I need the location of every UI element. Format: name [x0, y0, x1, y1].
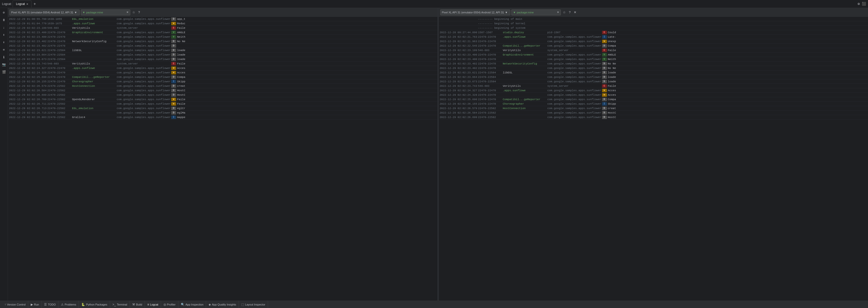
table-row[interactable]: 2022-12-29 02:02:26.155 22470-22470 Chor… — [8, 79, 437, 84]
table-row[interactable]: 2022-12-29 02:02:23.743 546-603 VerityUt… — [439, 84, 868, 88]
bottom-item-app-quality-insights[interactable]: ◈App Quality Insights — [206, 301, 239, 308]
table-row[interactable]: 2022-12-29 02:02:23.673 22470-22584 com.… — [8, 57, 437, 61]
right-log-content[interactable]: --------- beginning of main --------- be… — [439, 17, 868, 301]
bottom-item-python-packages[interactable]: 🐍Python Packages — [79, 301, 110, 308]
left-filter-bar[interactable]: ▼ package:mine ✕ — [81, 9, 130, 16]
table-row[interactable]: 2022-12-29 02:02:23.400 22470-22470 Grap… — [8, 30, 437, 35]
right-filter-bar[interactable]: ▼ package:mine ✕ — [511, 9, 561, 16]
sidebar-clear-icon[interactable]: ⊘ — [1, 9, 7, 16]
bottom-item-app-inspection[interactable]: 🔍App Inspection — [178, 301, 206, 308]
table-row[interactable]: 2022-12-29 02:02:26.584 22470-22582 com.… — [8, 88, 437, 93]
logcat-tab-close[interactable]: ✕ — [26, 3, 28, 5]
table-row[interactable]: 2022-12-29 02:02:23.664 22470-22584 com.… — [439, 75, 868, 79]
table-row[interactable]: 2022-12-29 02:02:26.715 22470-22582 com.… — [8, 111, 437, 115]
chevron-down-icon-right: ▼ — [505, 11, 507, 14]
table-row[interactable]: 2022-12-29 02:02:26.579 22470-22582 Host… — [439, 106, 868, 111]
bottom-item-logcat[interactable]: ≡Logcat — [145, 301, 161, 308]
table-row[interactable]: 2022-12-29 02:02:24.328 22470-22470 com.… — [8, 71, 437, 75]
table-row[interactable]: 2022-12-29 02:02:23.400 22470-22470 com.… — [8, 35, 437, 39]
sidebar-export-icon[interactable]: ⬆ — [1, 39, 7, 46]
table-row[interactable]: 2022-12-29 02:02:21.763 22470-22470 .app… — [439, 35, 868, 39]
sidebar-camera-icon[interactable]: 📷 — [1, 61, 7, 68]
bottom-item-version-control[interactable]: ↑Version Control — [2, 301, 28, 308]
table-row[interactable]: 2022-12-29 02:02:26.709 22470-22582 Open… — [8, 97, 437, 102]
table-row[interactable]: 2022-12-29 02:02:23.664 22470-22584 com.… — [8, 53, 437, 57]
log-message: app_t — [177, 18, 185, 21]
log-level: I — [171, 80, 176, 83]
table-row[interactable]: 2022-12-29 02:02:23.400 22470-22470 com.… — [439, 57, 868, 61]
right-device-selector[interactable]: Pixel XL API 31 (emulator-5554) Android … — [440, 9, 510, 16]
table-row[interactable]: 2022-12-29 02:02:23.402 22470-22470 Netw… — [439, 61, 868, 66]
table-row[interactable]: --------- beginning of system — [439, 26, 868, 30]
bottom-item-profiler[interactable]: ◎Profiler — [161, 301, 178, 308]
log-message: Faile — [608, 85, 616, 87]
table-row[interactable]: 2022-12-28 09:27:44.890 1507-1507 studio… — [439, 30, 868, 35]
bottom-item-layout-inspector[interactable]: ⬚Layout Inspector — [239, 301, 268, 308]
log-package: com.google.samples.apps.sunflower — [117, 107, 171, 110]
log-package: com.google.samples.apps.sunflower — [117, 93, 171, 96]
table-row[interactable]: 2022-12-29 02:02:24.328 22470-22470 com.… — [439, 93, 868, 97]
sidebar-import-icon[interactable]: ⬇ — [1, 32, 7, 38]
table-row[interactable]: 2022-12-29 02:02:23.402 22470-22470 Netw… — [8, 39, 437, 44]
right-help-button[interactable]: ? — [568, 10, 571, 15]
table-row[interactable]: --------- beginning of kernel — [439, 21, 868, 26]
table-row[interactable]: 2022-12-29 01:00:55.790 1639-1855 EGL_em… — [8, 17, 437, 21]
sidebar-scroll-end-icon[interactable]: ↓ — [1, 24, 7, 31]
chevron-down-icon: ▼ — [74, 11, 77, 14]
sidebar-format-icon[interactable]: ≡ — [1, 47, 7, 53]
bottom-item-todo[interactable]: ☰TODO — [42, 301, 58, 308]
log-pid: 546-603 — [47, 62, 72, 65]
right-filter-clear[interactable]: ✕ — [557, 11, 559, 14]
table-row[interactable]: 2022-12-29 02:02:26.699 22470-22582 com.… — [439, 115, 868, 119]
sidebar-video-icon[interactable]: 🎬 — [1, 69, 7, 75]
bottom-item-problems[interactable]: ⚠Problems — [58, 301, 79, 308]
right-panel-toolbar: Pixel XL API 31 (emulator-5554) Android … — [439, 8, 868, 17]
bottom-item-run[interactable]: ▶Run — [28, 301, 42, 308]
settings-icon[interactable]: ⚙ ⬛ — [858, 2, 866, 6]
table-row[interactable]: 2022-12-29 02:02:23.402 22470-22470 com.… — [439, 66, 868, 71]
logcat-tab[interactable]: Logcat ✕ — [12, 0, 31, 7]
table-row[interactable]: 2022-12-29 02:02:26.584 22470-22582 com.… — [439, 111, 868, 115]
version-control-label: Version Control — [7, 303, 26, 306]
bottom-item-build[interactable]: ⚒Build — [130, 301, 145, 308]
table-row[interactable]: 2022-12-29 02:02:26.711 22470-22582 com.… — [8, 102, 437, 106]
sidebar-pause-icon[interactable]: ⏸ — [1, 17, 7, 23]
sidebar-info-icon[interactable]: ℹ — [1, 54, 7, 60]
table-row[interactable]: --------- beginning of main — [439, 17, 868, 21]
left-filter-clear[interactable]: ✕ — [126, 11, 129, 14]
log-pid: 22470-22470 — [47, 76, 72, 79]
right-star-button[interactable]: ☆ — [562, 10, 567, 15]
table-row[interactable]: 2022-12-29 02:02:23.673 22470-22584 com.… — [439, 79, 868, 84]
left-help-button[interactable]: ? — [137, 10, 141, 15]
table-row[interactable]: 2022-12-29 02:02:26.699 22470-22582 com.… — [8, 93, 437, 97]
left-device-selector[interactable]: Pixel XL API 31 (emulator-5554) Android … — [9, 9, 80, 16]
table-row[interactable]: 2022-12-29 02:02:26.803 22470-22582 Gral… — [8, 115, 437, 119]
log-pid: 22470-22584 — [478, 71, 503, 74]
table-row[interactable]: 2022-12-29 02:02:26.579 22470-22582 Host… — [8, 84, 437, 88]
table-row[interactable]: 2022-12-29 02:02:23.621 22470-22584 libE… — [8, 48, 437, 53]
table-row[interactable]: 2022-12-29 02:02:23.621 22470-22584 libE… — [439, 71, 868, 75]
table-row[interactable]: 2022-12-29 02:02:25.690 22470-22470 Comp… — [8, 75, 437, 79]
table-row[interactable]: 2022-12-29 02:02:23.199 546-603 VerityUt… — [439, 48, 868, 53]
table-row[interactable]: 2022-12-29 02:02:23.743 546-603 VerityUt… — [8, 61, 437, 66]
log-message: Compa — [608, 45, 616, 47]
table-row[interactable]: 2022-12-29 01:01:04.770 1639-1675 .apps.… — [8, 21, 437, 26]
table-row[interactable]: 2022-12-29 02:02:21.963 22470-22470 com.… — [439, 39, 868, 44]
table-row[interactable]: 2022-12-29 02:02:25.690 22470-22470 Comp… — [439, 97, 868, 102]
log-level: W — [171, 102, 176, 106]
bottom-item-terminal[interactable]: >_Terminal — [110, 301, 130, 308]
table-row[interactable]: 2022-12-29 02:02:23.400 22470-22470 Grap… — [439, 53, 868, 57]
table-row[interactable]: 2022-12-29 02:02:22.545 22470-22470 Comp… — [439, 44, 868, 48]
table-row[interactable]: 2022-12-29 02:02:26.155 22470-22470 Chor… — [439, 102, 868, 106]
add-tab-button[interactable]: + — [32, 2, 37, 6]
right-close-button[interactable]: ✕ — [573, 10, 578, 15]
log-package: system_server — [117, 62, 171, 65]
left-star-button[interactable]: ☆ — [131, 10, 136, 15]
log-level: D — [602, 111, 607, 115]
table-row[interactable]: 2022-12-29 02:02:23.199 546-603 VerityUt… — [8, 26, 437, 30]
table-row[interactable]: 2022-12-29 02:02:24.327 22470-22470 .app… — [439, 88, 868, 93]
table-row[interactable]: 2022-12-29 02:02:26.713 22470-22582 EGL_… — [8, 106, 437, 111]
table-row[interactable]: 2022-12-29 02:02:24.327 22470-22470 .app… — [8, 66, 437, 71]
table-row[interactable]: 2022-12-29 02:02:23.402 22470-22470 com.… — [8, 44, 437, 48]
left-log-content[interactable]: 2022-12-29 01:00:55.790 1639-1855 EGL_em… — [8, 17, 437, 301]
